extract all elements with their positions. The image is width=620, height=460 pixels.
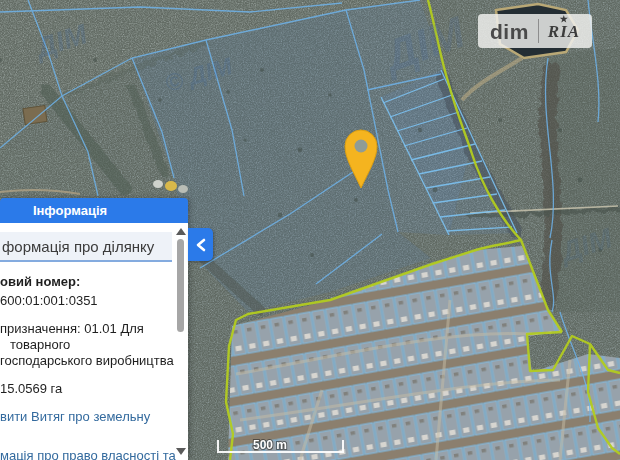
purpose-line2: товарного: [0, 337, 172, 353]
ria-star-icon: ★: [560, 15, 569, 24]
dim-logo-text: dim: [490, 21, 529, 42]
purpose-label: призначення:: [0, 321, 81, 336]
collapse-panel-button[interactable]: [188, 228, 213, 261]
cadastral-number-value: 600:01:001:0351: [0, 293, 172, 309]
area-value: 15.0569 га: [0, 381, 172, 397]
scale-label: 500 m: [253, 438, 287, 452]
panel-body: формація про ділянку овий номер: 600:01:…: [0, 223, 188, 460]
panel-title-bar: Інформація: [0, 198, 188, 223]
cadastral-number-label: овий номер:: [0, 274, 172, 290]
link-order-extract[interactable]: вити Витяг про земельну: [0, 409, 172, 439]
link-ownership-info[interactable]: мація про право власності та рава: [0, 448, 172, 460]
scrollbar-down-arrow-icon[interactable]: [176, 448, 186, 455]
info-panel: Інформація формація про ділянку овий ном…: [0, 198, 188, 460]
purpose-row: призначення: 01.01 Для: [0, 321, 172, 337]
purpose-line3: господарського виробництва: [0, 353, 172, 369]
dim-ria-logo: dim RIA ★: [478, 14, 592, 48]
purpose-value: 01.01 Для: [81, 321, 144, 336]
ria-logo-text: RIA ★: [548, 23, 580, 40]
scrollbar-thumb[interactable]: [177, 239, 184, 332]
section-title: формація про ділянку: [0, 232, 172, 262]
logo-divider: [538, 19, 539, 43]
scrollbar-up-arrow-icon[interactable]: [176, 228, 186, 235]
map-viewer: ДІМ © ДІМ ДІМ ДІМ 500 m dim RIA ★ Інформ…: [0, 0, 620, 460]
chevron-left-icon: [195, 237, 207, 253]
panel-scrollbar[interactable]: [175, 225, 187, 458]
plowed-patch: [23, 106, 47, 125]
panel-title: Інформація: [33, 203, 107, 218]
